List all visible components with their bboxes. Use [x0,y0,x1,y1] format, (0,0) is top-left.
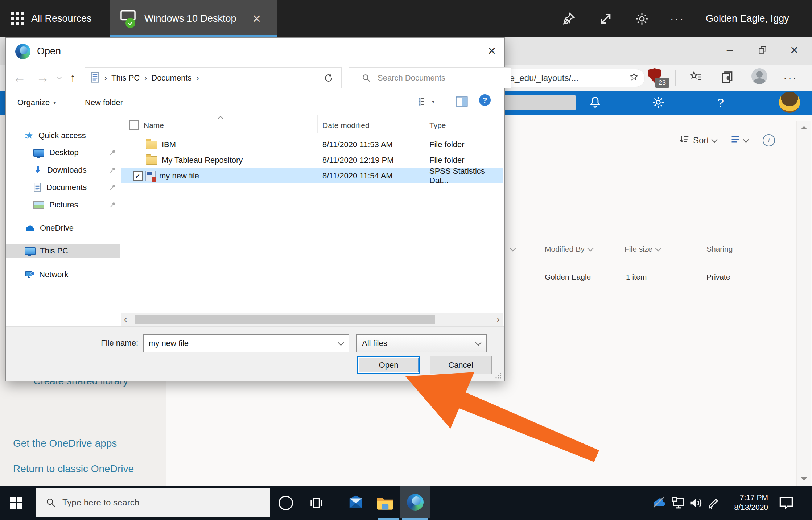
sidebar-item-quick-access[interactable]: Quick access [6,128,120,143]
column-chevron-icon[interactable] [510,245,516,252]
recent-locations-chevron-icon[interactable] [57,75,62,80]
settings-gear-icon[interactable] [635,12,649,28]
all-resources-grid-icon[interactable] [11,12,24,25]
window-close-button[interactable]: × [786,43,802,57]
more-options-icon[interactable]: ··· [670,0,685,37]
file-row-ibm[interactable]: IBM 8/11/2020 11:53 AM File folder [121,137,503,152]
sidebar-item-onedrive[interactable]: OneDrive [6,221,120,235]
scroll-down-icon[interactable] [801,477,807,481]
sidebar-item-pictures[interactable]: Pictures [6,198,120,212]
sidebar-item-downloads[interactable]: Downloads [6,163,120,177]
edge-taskbar-button[interactable] [400,486,430,518]
sharepoint-help-icon[interactable]: ? [717,91,724,115]
file-name-combobox[interactable] [143,334,349,352]
breadcrumb-documents[interactable]: Documents [151,73,191,83]
explorer-running-indicator [378,518,399,520]
sharepoint-settings-gear-icon[interactable] [651,95,665,111]
view-chevron-icon[interactable] [743,137,749,143]
row-checkbox[interactable]: ✓ [133,171,143,181]
dialog-close-button[interactable]: × [483,41,500,61]
file-explorer-icon[interactable] [376,495,394,511]
breadcrumb-this-pc[interactable]: This PC [111,73,140,83]
page-scrollbar[interactable] [796,121,811,486]
search-input[interactable] [377,73,487,83]
column-name[interactable]: Name [144,118,164,133]
unpin-icon[interactable] [561,12,576,28]
list-command-bar: Sort i [679,132,775,148]
return-classic-onedrive-link[interactable]: Return to classic OneDrive [13,461,134,477]
organize-button[interactable]: Organize ▾ [17,93,56,112]
window-restore-button[interactable] [758,45,767,56]
address-breadcrumb-bar[interactable]: › This PC › Documents › [85,67,327,88]
pen-tray-icon[interactable] [706,496,721,511]
search-box[interactable] [349,67,511,88]
session-tab[interactable]: Windows 10 Desktop × [110,0,277,37]
favorite-star-icon[interactable] [629,72,639,84]
onedrive-tray-icon[interactable] [652,496,667,510]
get-onedrive-apps-link[interactable]: Get the OneDrive apps [13,436,117,451]
show-desktop-divider[interactable] [808,489,808,517]
file-name-input[interactable] [148,338,323,348]
network-tray-icon[interactable] [671,496,686,511]
taskbar-search-input[interactable] [62,497,252,508]
file-type-select[interactable]: All files [356,334,487,352]
cancel-button[interactable]: Cancel [430,356,492,374]
volume-tray-icon[interactable] [688,496,704,511]
edge-running-indicator [402,518,428,520]
view-options-icon[interactable] [730,134,741,146]
view-mode-button[interactable]: ▾ [417,96,434,107]
sharepoint-search-box[interactable] [501,95,576,110]
favorites-bar-icon[interactable] [689,70,702,85]
file-name-dropdown-icon[interactable] [338,340,344,346]
collections-icon[interactable] [721,70,734,85]
sidebar-item-desktop[interactable]: Desktop [6,145,120,160]
open-button[interactable]: Open [357,356,420,374]
cortana-icon[interactable] [279,496,293,510]
task-view-icon[interactable] [309,496,323,512]
column-header-sharing[interactable]: Sharing [706,243,733,256]
select-all-checkbox[interactable] [129,120,139,130]
notifications-bell-icon[interactable] [588,95,602,111]
file-row-my-new-file[interactable]: ✓ my new file 8/11/2020 11:54 AM SPSS St… [121,168,503,183]
info-icon[interactable]: i [763,134,775,146]
help-button[interactable]: ? [479,94,491,106]
sidebar-item-documents[interactable]: Documents [6,180,120,195]
scrollbar-thumb[interactable] [135,315,435,324]
taskbar-clock[interactable]: 7:17 PM 8/13/2020 [722,492,768,512]
sort-button-label[interactable]: Sort [693,135,709,145]
refresh-button[interactable] [316,67,342,88]
scroll-left-icon[interactable]: ‹ [124,313,127,326]
profile-avatar-icon[interactable] [751,68,767,84]
all-resources-label[interactable]: All Resources [31,0,92,37]
horizontal-scrollbar[interactable]: ‹ › [121,313,503,326]
action-center-icon[interactable] [778,495,794,512]
scroll-up-icon[interactable] [801,126,807,129]
session-tab-close-button[interactable]: × [252,0,261,37]
scroll-right-icon[interactable]: › [497,313,500,326]
column-type[interactable]: Type [429,118,446,133]
address-bar[interactable]: te_edu/_layouts/... [501,69,645,87]
file-type-dropdown-icon[interactable] [475,340,482,346]
column-header-modified-by[interactable]: Modified By [545,243,593,256]
window-minimize-button[interactable]: – [722,43,738,57]
taskbar-search-box[interactable] [36,488,270,517]
back-button[interactable]: ← [13,66,26,89]
sidebar-item-this-pc[interactable]: This PC [6,244,120,258]
mail-app-icon[interactable] [347,495,364,512]
start-button[interactable] [10,497,22,509]
view-dropdown-icon[interactable]: ▾ [432,99,434,104]
sort-chevron-icon[interactable] [712,137,718,143]
column-header-file-size[interactable]: File size [625,243,660,256]
browser-menu-icon[interactable]: ··· [783,65,797,91]
sidebar-item-network[interactable]: Network [6,267,120,282]
resize-grip[interactable] [495,372,502,379]
account-avatar[interactable] [779,92,800,113]
fullscreen-expand-icon[interactable] [598,12,613,28]
new-folder-button[interactable]: New folder [85,93,123,112]
preview-pane-button[interactable] [456,96,468,108]
column-date-modified[interactable]: Date modified [322,118,370,133]
file-row-tableau[interactable]: My Tableau Repository 8/11/2020 12:19 PM… [121,153,503,168]
up-button[interactable]: ↑ [70,66,76,89]
forward-button[interactable]: → [36,66,49,89]
signed-in-user[interactable]: Golden Eagle, Iggy [706,0,789,37]
